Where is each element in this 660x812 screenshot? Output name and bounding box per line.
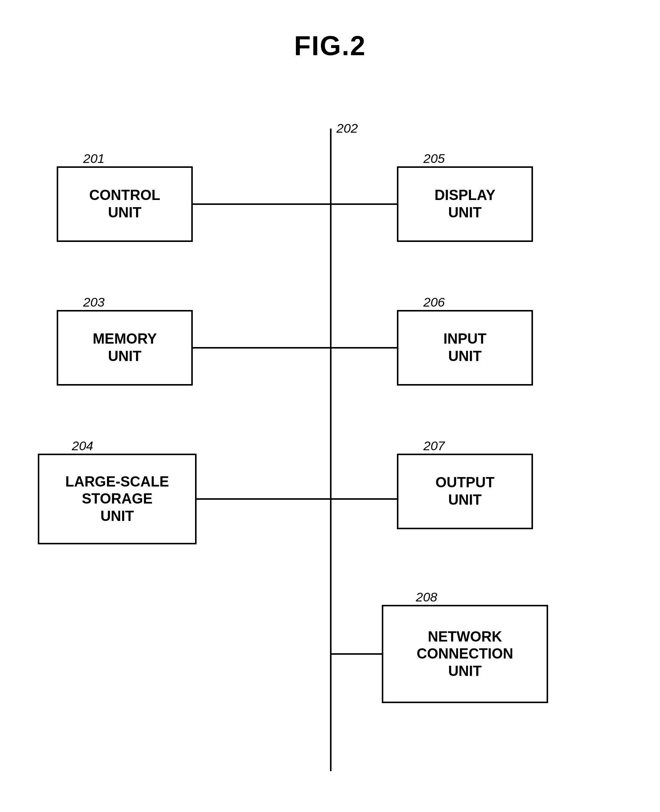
h-line-206 — [332, 347, 398, 349]
vertical-bus — [330, 128, 332, 771]
h-line-201 — [193, 203, 332, 205]
display-unit-box: DISPLAYUNIT — [397, 167, 533, 242]
ref-204: 204 — [72, 439, 94, 453]
input-unit-box: INPUTUNIT — [397, 310, 533, 385]
network-unit-label: NETWORKCONNECTIONUNIT — [417, 628, 513, 680]
ref-205: 205 — [424, 151, 445, 166]
diagram: 202 CONTROLUNIT 201 MEMORYUNIT 203 LARGE… — [0, 83, 660, 812]
control-unit-label: CONTROLUNIT — [89, 187, 160, 221]
input-unit-label: INPUTUNIT — [443, 330, 487, 365]
network-unit-box: NETWORKCONNECTIONUNIT — [382, 605, 548, 703]
ref-label-202: 202 — [336, 121, 358, 136]
h-line-204 — [197, 498, 332, 500]
storage-unit-label: LARGE-SCALESTORAGEUNIT — [65, 473, 169, 525]
memory-unit-label: MEMORYUNIT — [93, 330, 157, 365]
ref-208: 208 — [416, 590, 437, 604]
ref-201: 201 — [83, 151, 105, 166]
memory-unit-box: MEMORYUNIT — [57, 310, 193, 385]
output-unit-label: OUTPUTUNIT — [435, 474, 495, 508]
control-unit-box: CONTROLUNIT — [57, 167, 193, 242]
ref-207: 207 — [424, 439, 445, 453]
ref-203: 203 — [83, 295, 105, 309]
display-unit-label: DISPLAYUNIT — [434, 187, 495, 221]
ref-206: 206 — [424, 295, 445, 309]
h-line-208 — [332, 653, 383, 655]
output-unit-box: OUTPUTUNIT — [397, 454, 533, 529]
storage-unit-box: LARGE-SCALESTORAGEUNIT — [38, 454, 197, 544]
h-line-207 — [332, 498, 398, 500]
h-line-205 — [332, 203, 398, 205]
page-title: FIG.2 — [0, 0, 660, 61]
h-line-203 — [193, 347, 332, 349]
